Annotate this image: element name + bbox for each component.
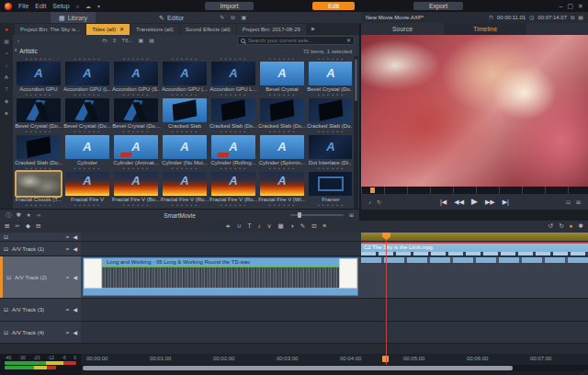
mute-icon[interactable]: ◀ (73, 307, 77, 312)
titles-icon[interactable]: A (5, 74, 8, 80)
library-item[interactable]: AFractal Fire V (Bo...• • • • • ▪ (112, 172, 160, 209)
audio-ducking-icon[interactable]: ◑ (290, 223, 294, 230)
audio-icon[interactable]: ♪ (6, 62, 8, 68)
trashcan-icon[interactable]: ⊟ (36, 223, 40, 230)
frame-back-button[interactable]: ◀◀ (454, 199, 464, 205)
title-thumbnail[interactable] (17, 98, 61, 122)
mute-icon[interactable]: ◀ (73, 234, 77, 240)
library-item[interactable]: Cracked Slab• • • • • ▪ (161, 98, 209, 135)
camera-toggle-icon[interactable]: ⊡ (4, 246, 8, 252)
pen-icon[interactable]: ✎ (300, 223, 305, 230)
search-input[interactable] (248, 38, 344, 43)
library-tab-project-bin-1[interactable]: Project Bin: The Sky is... (15, 24, 85, 35)
magnet-icon[interactable]: ∪ (237, 223, 242, 230)
goto-start-button[interactable]: |◀ (440, 199, 447, 205)
track-header-4[interactable]: ⊡ A/V Track (4) = ◀ (0, 322, 81, 343)
title-thumbnail[interactable]: A (211, 135, 255, 159)
photos-icon[interactable]: ▪ (6, 51, 7, 56)
title-thumbnail[interactable]: A (114, 62, 158, 85)
cloud-icon[interactable]: ☁ (85, 4, 91, 9)
3d-glasses-icon[interactable]: ∞ (37, 212, 40, 218)
undo-icon[interactable]: ↺ (548, 223, 553, 230)
title-thumbnail[interactable]: A (260, 172, 304, 196)
title-thumbnail[interactable]: A (114, 135, 158, 159)
camera-toggle-icon[interactable]: ⊡ (6, 275, 11, 280)
video-audio-strip[interactable] (361, 257, 588, 263)
film-icon[interactable]: ▣ (242, 15, 247, 20)
folder-icon[interactable]: 🗀 (102, 38, 107, 43)
track-content-2[interactable]: Long and Working - 06 Long & Working Rou… (81, 256, 588, 298)
camera-toggle-icon[interactable]: ⊡ (4, 330, 8, 335)
text-icon[interactable]: T (5, 86, 8, 92)
title-thumbnail[interactable]: A (309, 62, 352, 85)
transitions-icon[interactable]: ◆ (5, 98, 9, 104)
undock-icon[interactable]: ⧉ (571, 15, 574, 20)
camera-icon[interactable]: ⊡ (311, 223, 316, 230)
resize-grip-icon[interactable]: ⋰ (582, 369, 587, 374)
track-content-4[interactable] (81, 322, 588, 343)
track-content-3[interactable] (81, 299, 588, 321)
title-thumbnail[interactable]: A (211, 172, 255, 196)
title-thumbnail[interactable] (17, 172, 61, 196)
tab-editor[interactable]: ✎ Editor (151, 12, 192, 23)
track-header-3[interactable]: ⊡ A/V Track (3) = ◀ (0, 299, 81, 321)
menu-edit[interactable]: Edit (35, 3, 46, 9)
maximize-button[interactable]: ▢ (567, 3, 573, 9)
library-item[interactable]: Fractal Clouds (T...• • • • • ▪ (15, 172, 62, 209)
track-content-top[interactable] (81, 233, 588, 241)
chevron-down-icon[interactable]: ▾ (97, 4, 100, 9)
back-icon[interactable]: ‹ (17, 38, 19, 43)
library-tab-sound-effects[interactable]: Sound Effects (all) (180, 24, 236, 35)
hscrollbar-thumb[interactable] (83, 366, 513, 370)
music-clip[interactable]: Long and Working - 06 Long & Working Rou… (83, 257, 358, 296)
library-item[interactable]: AAccordion GPU (L...• • • • • ▪ (63, 62, 111, 98)
library-item[interactable]: ACylinder (No Mot...• • • • • ▪ (161, 135, 209, 172)
rating-filter-icon[interactable]: ★ (27, 212, 31, 218)
voiceover-icon[interactable]: ♪ (258, 223, 261, 230)
library-item[interactable]: AFractal Fire V (Ro...• • • • • ▪ (161, 172, 209, 209)
redo-icon[interactable]: ↻ (559, 223, 563, 230)
razor-icon[interactable]: ✂ (15, 223, 19, 230)
clapperboard-icon[interactable]: ▤ (578, 15, 583, 20)
list-view-icon[interactable]: ≡ (113, 38, 117, 43)
filter-label[interactable]: T6... (122, 38, 133, 43)
library-tab-titles[interactable]: Titles (all) ✕ (86, 24, 130, 35)
tag-icon[interactable]: ⛊ (17, 212, 21, 218)
title-thumbnail[interactable]: A (65, 135, 109, 159)
mute-icon[interactable]: ◀ (73, 246, 77, 252)
title-thumbnail[interactable]: A (260, 135, 304, 159)
library-item[interactable]: ACylinder (Spinnin...• • • • • ▪ (258, 135, 306, 172)
library-item[interactable]: AAccordion GPU• • • • • ▪ (15, 62, 62, 98)
fullscreen-icon[interactable]: ⊞ (576, 199, 581, 205)
minimize-button[interactable]: – (560, 3, 563, 9)
title-thumbnail[interactable] (309, 98, 352, 122)
library-scrollbar[interactable] (354, 56, 358, 210)
title-thumbnail[interactable]: A (65, 172, 109, 196)
library-item[interactable]: ACylinder (Animat...• • • • • ▪ (112, 135, 160, 172)
all-media-icon[interactable]: ▦ (4, 39, 9, 44)
timeline-hscrollbar[interactable] (81, 365, 588, 371)
title-thumbnail[interactable] (211, 98, 255, 122)
volume-icon[interactable]: ♪ (368, 199, 371, 205)
library-item[interactable]: Bevel Crystal (Do...• • • • • ▪ (112, 98, 160, 135)
lock-icon[interactable]: = (66, 330, 70, 335)
tab-timeline[interactable]: Timeline (444, 23, 526, 35)
3d-icon[interactable]: ▣ (139, 38, 144, 43)
library-item[interactable]: Cracked Slab (Do...• • • • • ▪ (258, 98, 306, 135)
library-item[interactable]: ADot Interlace (Di...• • • • • ▪ (307, 135, 352, 172)
library-tab-project-bin-2[interactable]: Project Bin: 2017-08-29 (237, 24, 306, 35)
copy-icon[interactable]: ⧉ (231, 15, 234, 20)
title-thumbnail[interactable] (114, 98, 158, 122)
goto-end-button[interactable]: ▶| (503, 199, 509, 205)
title-thumbnail[interactable]: A (260, 62, 304, 85)
library-item[interactable]: ABevel Crystal (Do...• • • • • ▪ (307, 62, 352, 98)
thumbnail-view-icon[interactable]: ⊞ (349, 212, 354, 218)
clear-search-icon[interactable]: ✕ (346, 38, 351, 43)
keyboard-icon[interactable]: ⌗ (76, 4, 79, 9)
library-item[interactable]: ACylinder• • • • • ▪ (63, 135, 111, 172)
effects-icon[interactable]: ■ (5, 110, 8, 116)
title-thumbnail[interactable] (309, 172, 352, 196)
dropdown-icon[interactable]: ∨ (267, 223, 272, 230)
loop-icon[interactable]: ↻ (377, 199, 381, 205)
menu-setup[interactable]: Setup (52, 3, 69, 9)
